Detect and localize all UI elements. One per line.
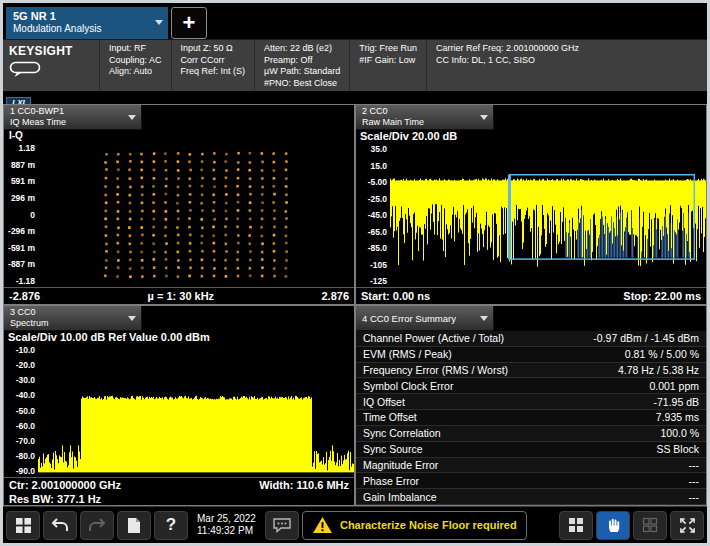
metric-label: Gain Imbalance xyxy=(363,491,437,503)
header-col-2[interactable]: Input Z: 50 ΩCorr CCorrFreq Ref: Int (S) xyxy=(172,40,256,91)
window3-axis-rows: Ctr: 2.001000000 GHz Width: 110.6 MHz Re… xyxy=(4,477,354,505)
window3-plot-row: -10.0-20.0-30.0-40.0-50.0-60.0-70.0-80.0… xyxy=(4,345,354,477)
header-col-1[interactable]: Input: RFCoupling: ACAlign: Auto xyxy=(100,40,172,91)
window-spectrum: 3 CC0 Spectrum Scale/Div 10.00 dB Ref Va… xyxy=(3,305,355,506)
messages-button[interactable] xyxy=(265,511,299,540)
header-col-3[interactable]: Atten: 22 dB (e2)Preamp: OffµW Path: Sta… xyxy=(255,40,350,91)
screenshot-save-button[interactable] xyxy=(117,511,151,540)
y-axis-label: -20.0 xyxy=(4,361,35,370)
metric-value: 0.81 % / 5.00 % xyxy=(625,348,699,360)
y-axis-label: -80.0 xyxy=(4,452,35,461)
iq-plot-area[interactable] xyxy=(38,143,354,287)
metric-label: IQ Offset xyxy=(363,396,405,408)
hand-icon xyxy=(605,516,621,534)
warning-message[interactable]: Characterize Noise Floor required xyxy=(302,511,527,540)
window1-title-line2: IQ Meas Time xyxy=(10,117,123,128)
document-icon xyxy=(127,517,141,534)
spectrum-plot[interactable] xyxy=(38,345,354,477)
touch-mode-button[interactable] xyxy=(596,511,630,540)
y-axis-label: -40.0 xyxy=(4,391,35,400)
metric-value: SS Block xyxy=(656,443,699,455)
y-axis-label: -10.0 xyxy=(4,346,35,355)
window-layout-button[interactable] xyxy=(559,511,593,540)
metric-value: --- xyxy=(689,491,700,503)
window-error-summary: 4 CC0 Error Summary Channel Power (Activ… xyxy=(355,305,707,506)
metric-label: Channel Power (Active / Total) xyxy=(363,332,504,344)
header-readout: Corr CCorr xyxy=(181,55,246,67)
start-label: Start: 0.00 ns xyxy=(361,290,430,302)
header-readout: #IF Gain: Low xyxy=(359,55,417,67)
raw-main-time-plot[interactable] xyxy=(390,144,706,287)
y-axis-label: -65.0 xyxy=(356,228,387,237)
chevron-down-icon xyxy=(128,316,136,321)
spectrum-plot-area[interactable] xyxy=(38,345,354,477)
window3-title-line2: Spectrum xyxy=(10,318,123,329)
window3-title-line1: 3 CC0 xyxy=(10,307,123,318)
undo-icon xyxy=(50,517,70,533)
table-row: Frequency Error (RMS / Worst)4.78 Hz / 5… xyxy=(356,363,706,379)
redo-button[interactable] xyxy=(80,511,114,540)
metric-value: --- xyxy=(689,475,700,487)
window4-title-dropdown[interactable]: 4 CC0 Error Summary xyxy=(356,306,494,331)
window2-title-dropdown[interactable]: 2 CC0 Raw Main Time xyxy=(356,105,494,130)
metric-label: Time Offset xyxy=(363,411,417,423)
window-raw-main-time: 2 CC0 Raw Main Time Scale/Div 20.00 dB 3… xyxy=(355,104,707,305)
window2-title-line2: Raw Main Time xyxy=(362,117,475,128)
date-label: Mar 25, 2022 xyxy=(197,513,256,525)
table-row: Symbol Clock Error0.001 ppm xyxy=(356,378,706,394)
span-width-label: Width: 110.6 MHz xyxy=(259,479,349,491)
question-mark-icon: ? xyxy=(166,515,176,535)
fullscreen-button[interactable] xyxy=(670,511,704,540)
x-max-label: 2.876 xyxy=(321,290,349,302)
table-row: Sync Correlation100.0 % xyxy=(356,426,706,442)
add-tab-button[interactable]: + xyxy=(171,7,207,39)
undo-button[interactable] xyxy=(43,511,77,540)
y-axis-label: -70.0 xyxy=(4,437,35,446)
window2-titlebar: 2 CC0 Raw Main Time xyxy=(356,105,706,130)
window2-title-line1: 2 CC0 xyxy=(362,106,475,117)
tab-title: 5G NR 1 xyxy=(13,10,150,23)
help-button[interactable]: ? xyxy=(154,511,188,540)
header-readout: Input: RF xyxy=(109,43,162,55)
tab-5g-nr-1[interactable]: 5G NR 1 Modulation Analysis xyxy=(6,7,168,39)
header-col-4[interactable]: Trig: Free Run#IF Gain: Low xyxy=(350,40,427,91)
iq-constellation-plot[interactable] xyxy=(38,143,354,287)
layout-grid-icon xyxy=(568,517,584,533)
window1-title-dropdown[interactable]: 1 CC0-BWP1 IQ Meas Time xyxy=(4,105,142,130)
header-col-5[interactable]: Carrier Ref Freq: 2.001000000 GHzCC Info… xyxy=(427,40,707,91)
y-axis-label: -1.18 xyxy=(4,277,35,286)
table-row: Sync SourceSS Block xyxy=(356,442,706,458)
multi-screen-button[interactable] xyxy=(633,511,667,540)
metric-label: Frequency Error (RMS / Worst) xyxy=(363,364,508,376)
window1-titlebar: 1 CC0-BWP1 IQ Meas Time xyxy=(4,105,354,130)
window1-plot-row: 1.18887 m591 m296 m0-296 m-591 m-887 m-1… xyxy=(4,143,354,287)
x-min-label: -2.876 xyxy=(9,290,40,302)
y-axis-label: -25.0 xyxy=(356,195,387,204)
metric-value: 0.001 ppm xyxy=(649,380,699,392)
y-axis-label: -50.0 xyxy=(4,407,35,416)
datetime-display[interactable]: Mar 25, 2022 11:49:32 PM xyxy=(191,513,262,537)
header-readout: µW Path: Standard xyxy=(264,66,340,78)
window3-title-dropdown[interactable]: 3 CC0 Spectrum xyxy=(4,306,142,331)
metric-value: 7.935 ms xyxy=(656,411,699,423)
y-axis-label: -5.00 xyxy=(356,178,387,187)
table-row: EVM (RMS / Peak)0.81 % / 5.00 % xyxy=(356,347,706,363)
y-axis-label: -30.0 xyxy=(4,376,35,385)
redo-icon xyxy=(87,517,107,533)
window1-axis-row: -2.876 µ = 1: 30 kHz 2.876 xyxy=(4,287,354,304)
system-menu-button[interactable] xyxy=(6,511,40,540)
table-row: Gain Imbalance--- xyxy=(356,489,706,505)
metric-value: 100.0 % xyxy=(660,427,699,439)
time-plot-area[interactable] xyxy=(390,144,706,287)
window-iq-meas-time: 1 CC0-BWP1 IQ Meas Time I-Q 1.18887 m591… xyxy=(3,104,355,305)
instrument-screen: 5G NR 1 Modulation Analysis + KEYSIGHT I… xyxy=(0,0,710,546)
grid-outline-icon xyxy=(642,517,658,533)
y-axis-label: 15.0 xyxy=(356,162,387,171)
metric-label: Phase Error xyxy=(363,475,419,487)
metric-label: Magnitude Error xyxy=(363,459,438,471)
windows-logo-icon xyxy=(16,518,31,533)
y-axis-label: -296 m xyxy=(4,227,35,236)
error-summary-table: Channel Power (Active / Total)-0.97 dBm … xyxy=(356,331,706,505)
y-axis-label: 0 xyxy=(4,211,35,220)
header-readout: #PNO: Best Close xyxy=(264,78,340,90)
